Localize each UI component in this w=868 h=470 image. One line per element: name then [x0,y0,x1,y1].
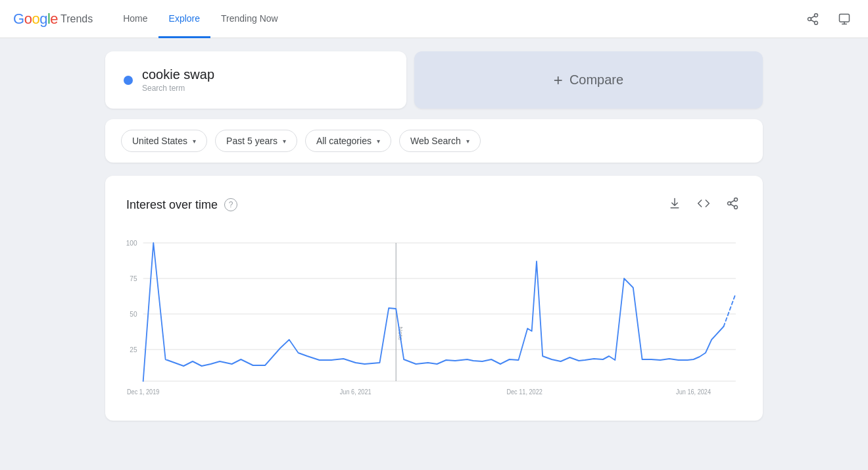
search-card: cookie swap Search term [105,51,406,109]
download-button[interactable] [665,194,684,215]
trend-line [143,243,724,381]
header: Google Trends Home Explore Trending Now [0,0,868,38]
logo: Google Trends [13,11,93,28]
nav-explore[interactable]: Explore [158,1,210,38]
x-label-jun2021: Jun 6, 2021 [340,388,372,396]
header-actions [802,9,855,30]
time-filter[interactable]: Past 5 years ▾ [215,130,297,152]
time-chevron-icon: ▾ [283,138,286,145]
share-icon [806,13,819,26]
logo-google-text: Google [13,11,58,28]
download-icon [668,197,681,210]
trend-line-dashed [723,294,735,326]
compare-label: Compare [569,72,623,88]
country-chevron-icon: ▾ [193,138,196,145]
search-dot [124,76,133,85]
category-filter[interactable]: All categories ▾ [305,130,391,152]
svg-line-11 [731,204,735,206]
svg-line-4 [811,16,815,18]
main-content: cookie swap Search term + Compare United… [0,38,868,434]
category-filter-label: All categories [316,136,372,146]
country-filter[interactable]: United States ▾ [121,130,207,152]
help-icon[interactable]: ? [224,198,237,211]
search-type: Search term [142,84,214,93]
search-compare-row: cookie swap Search term + Compare [105,51,763,109]
chart-share-icon [726,197,739,210]
chart-header: Interest over time ? [126,194,742,215]
logo-trends-text: Trends [60,13,93,25]
search-type-filter-label: Web Search [410,136,461,146]
svg-line-12 [731,200,735,202]
search-info: cookie swap Search term [142,67,214,93]
y-label-100: 100 [126,239,137,248]
y-label-50: 50 [130,310,137,319]
x-label-dec2022: Dec 11, 2022 [506,388,542,396]
svg-rect-5 [840,14,850,22]
y-label-25: 25 [130,346,137,354]
svg-line-3 [811,20,815,22]
chart-container: 100 75 50 25 Note [126,231,742,402]
compare-card[interactable]: + Compare [414,51,763,109]
search-type-filter[interactable]: Web Search ▾ [399,130,481,152]
time-filter-label: Past 5 years [226,136,277,146]
search-type-chevron-icon: ▾ [466,138,470,145]
feedback-icon [838,13,851,26]
chart-card: Interest over time ? [105,176,763,421]
nav-trending-now[interactable]: Trending Now [210,1,289,38]
feedback-button[interactable] [834,9,855,30]
interest-over-time-chart: 100 75 50 25 Note [126,231,742,402]
chart-actions [665,194,742,215]
country-filter-label: United States [132,136,187,146]
chart-title-row: Interest over time ? [126,198,237,212]
share-button[interactable] [802,9,823,30]
x-label-dec2019: Dec 1, 2019 [127,388,159,396]
compare-plus-icon: + [554,71,563,90]
category-chevron-icon: ▾ [377,138,380,145]
embed-icon [697,197,710,210]
search-term: cookie swap [142,67,214,82]
chart-title: Interest over time [126,198,218,212]
nav-home[interactable]: Home [112,1,158,38]
filter-row: United States ▾ Past 5 years ▾ All categ… [105,119,763,163]
x-label-jun2024: Jun 16, 2024 [676,388,711,396]
y-label-75: 75 [130,274,137,283]
embed-button[interactable] [694,194,713,215]
chart-share-button[interactable] [723,194,742,215]
main-nav: Home Explore Trending Now [112,0,288,38]
